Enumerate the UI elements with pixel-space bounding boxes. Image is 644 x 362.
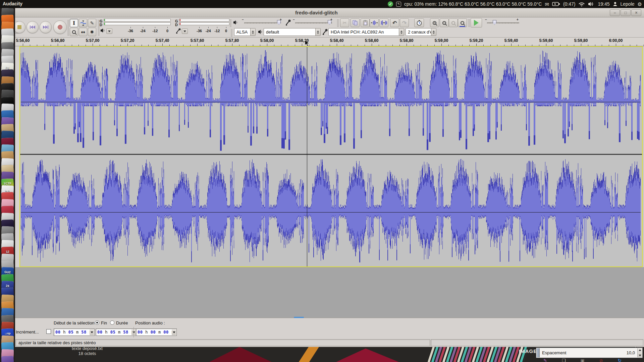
record-button[interactable] xyxy=(53,20,67,34)
edit-toolbar-grip[interactable] xyxy=(337,19,339,27)
play-at-speed-button[interactable] xyxy=(471,18,482,27)
ruler-major-tick xyxy=(337,44,337,46)
minus-label: – xyxy=(293,18,295,21)
undo-button[interactable]: ↶ xyxy=(390,18,399,27)
timeshift-tool-button[interactable]: ↔ xyxy=(79,28,87,36)
clock[interactable]: 19:45 xyxy=(598,1,609,7)
tools-toolbar-grip[interactable] xyxy=(67,19,69,36)
ruler-minor-tick xyxy=(316,45,316,46)
sync-lock-button[interactable] xyxy=(414,18,424,27)
panel-grip[interactable] xyxy=(537,348,540,357)
duration-radio-label[interactable]: Durée xyxy=(116,320,128,325)
desktop-file[interactable]: texte deposé.txt 18 octets xyxy=(59,346,116,356)
recording-device-select[interactable]: HDA Intel PCH: ALC892 An xyxy=(328,28,404,36)
session-user[interactable]: Lepole xyxy=(621,1,635,7)
vertical-scrollbar[interactable] xyxy=(643,46,644,267)
cut-button[interactable]: ✂ xyxy=(340,18,349,27)
waveform-right-channel[interactable] xyxy=(21,156,641,265)
ruler-label: 5:59,80 xyxy=(574,39,588,43)
recording-meter[interactable]: GD-36-24-120 xyxy=(174,18,232,37)
pencil-tool-icon[interactable]: ✎ xyxy=(543,358,547,362)
field-dropdown[interactable] xyxy=(172,329,176,335)
window-titlebar[interactable]: fredo-david-glitch – □ × xyxy=(15,8,644,17)
increment-checkbox[interactable] xyxy=(46,329,51,334)
silence-audio-button[interactable] xyxy=(379,18,388,27)
ruler-minor-tick xyxy=(225,45,225,46)
ruler-major-tick xyxy=(232,44,232,46)
power-gear-icon[interactable]: ⚙ xyxy=(638,2,642,7)
audio-position-field[interactable]: 00 h 00 m 00 s xyxy=(136,328,177,336)
playback-meter[interactable]: GD-36-24-120 xyxy=(99,18,174,37)
mail-icon[interactable]: ✉ xyxy=(545,2,549,7)
redo-button[interactable]: ↷ xyxy=(400,18,409,27)
refresh-tool-icon[interactable]: ↻ xyxy=(618,358,622,362)
meter-dropdown[interactable] xyxy=(106,28,112,34)
multi-tool-button[interactable]: ✱ xyxy=(88,28,96,36)
envelope-tool-button[interactable] xyxy=(79,19,87,27)
ruler-minor-tick xyxy=(30,45,30,46)
timeline-ruler[interactable]: 5:56,605:56,805:57,005:57,205:57,405:57,… xyxy=(15,38,644,46)
trim-audio-button[interactable] xyxy=(370,18,379,27)
spacing-stepper[interactable] xyxy=(637,348,642,357)
playback-device-select[interactable]: default xyxy=(264,28,321,36)
paste-button[interactable] xyxy=(361,18,370,27)
meter-tick xyxy=(180,19,180,21)
skip-to-start-button[interactable] xyxy=(26,21,39,33)
end-radio-label[interactable]: Fin xyxy=(101,320,107,325)
image-tool-icon[interactable]: ▣ xyxy=(581,358,585,362)
draw-tool-button[interactable]: ✎ xyxy=(88,19,96,27)
channels-select[interactable]: 2 canaux d'e xyxy=(406,28,436,36)
device-toolbar-grip[interactable] xyxy=(231,28,232,37)
stop-button[interactable] xyxy=(13,21,25,33)
zoom-out-button[interactable]: − xyxy=(440,18,449,27)
minimize-button[interactable]: – xyxy=(610,9,620,16)
volume-icon[interactable] xyxy=(588,2,595,6)
page-tool-icon[interactable]: ❑ xyxy=(562,358,566,362)
ruler-minor-tick xyxy=(358,45,358,46)
meter-dropdown[interactable] xyxy=(182,28,188,34)
copy-button[interactable] xyxy=(351,18,360,27)
waveform-left-channel[interactable] xyxy=(21,47,641,155)
duration-radio[interactable] xyxy=(110,320,114,325)
fit-project-button[interactable] xyxy=(458,18,467,27)
launcher-dock: PdTCTFa A12GU224::rip xyxy=(0,8,15,362)
host-select[interactable]: ALSA xyxy=(234,28,256,36)
launcher-icon[interactable] xyxy=(1,356,14,362)
ruler-minor-tick xyxy=(637,45,637,46)
compose-icon[interactable]: ✎ xyxy=(396,2,401,7)
status-check-icon[interactable]: ✓ xyxy=(388,1,393,7)
playspeed-toolbar-grip[interactable] xyxy=(468,19,470,27)
output-volume-slider[interactable] xyxy=(244,22,281,23)
ruler-minor-tick xyxy=(253,45,253,46)
wifi-icon[interactable] xyxy=(578,2,585,6)
system-monitor-text[interactable]: cpu: 03% mem: 12% 60.8°C 63.0°C 56.0°C 6… xyxy=(404,1,542,7)
ruler-major-tick xyxy=(162,44,163,46)
input-volume-slider[interactable] xyxy=(295,22,332,23)
zoom-tool-button[interactable] xyxy=(70,28,78,36)
maximize-button[interactable]: □ xyxy=(621,9,631,16)
fit-selection-button[interactable] xyxy=(449,18,458,27)
channel-divider[interactable] xyxy=(20,154,642,155)
end-radio[interactable] xyxy=(95,320,99,325)
ruler-minor-tick xyxy=(281,45,281,46)
play-speed-thumb[interactable] xyxy=(493,20,496,25)
ruler-minor-tick xyxy=(392,45,393,46)
battery-time[interactable]: (0:47) xyxy=(563,1,576,7)
skip-to-end-button[interactable] xyxy=(40,21,52,33)
speaker-icon xyxy=(100,28,105,33)
user-icon[interactable] xyxy=(613,2,618,6)
app-menu-title[interactable]: Audacity xyxy=(3,1,22,6)
mixer-toolbar-grip[interactable] xyxy=(230,19,231,27)
ruler-label: 5:58,40 xyxy=(330,39,344,43)
close-button[interactable]: × xyxy=(631,9,641,16)
play-speed-slider[interactable] xyxy=(487,22,519,23)
battery-icon[interactable] xyxy=(552,2,560,6)
forbidden-tool-icon[interactable]: ⊘ xyxy=(599,358,603,362)
selection-end-field[interactable]: 00 h 05 m 58 s xyxy=(96,328,137,336)
zoom-in-button[interactable]: + xyxy=(430,18,439,27)
selection-tool-button[interactable]: I xyxy=(70,19,78,27)
selection-start-field[interactable]: 00 h 05 m 58 s xyxy=(54,328,95,336)
playback-select-arrows xyxy=(315,28,320,36)
horizontal-scrollbar-thumb[interactable] xyxy=(294,317,304,318)
field-dropdown[interactable] xyxy=(90,329,94,335)
